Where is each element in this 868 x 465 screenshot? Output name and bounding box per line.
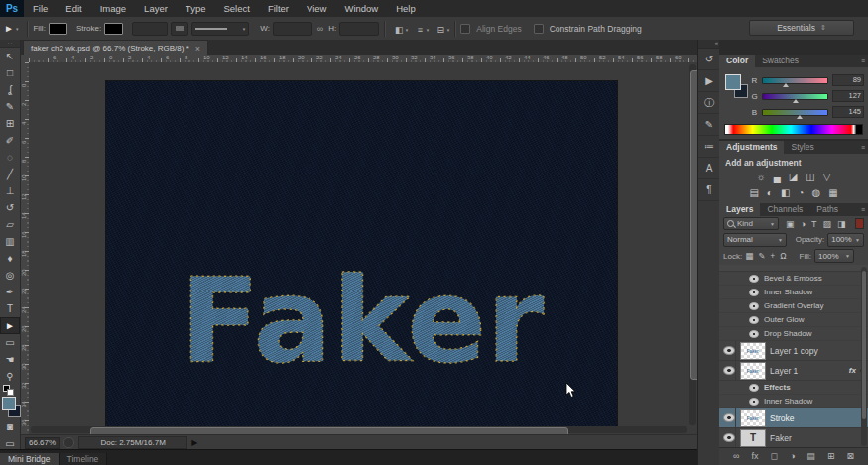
layer-thumbnail[interactable]: Faker	[740, 342, 766, 360]
layer-visibility-toggle[interactable]	[722, 408, 736, 427]
history-brush-tool[interactable]: ↺	[0, 199, 20, 216]
layer-thumbnail[interactable]: Faker	[740, 362, 766, 380]
path-selection-tool[interactable]: ►	[0, 317, 20, 334]
vibrance-icon[interactable]: ▽	[823, 173, 831, 182]
brush-tool[interactable]: ╱	[0, 166, 20, 182]
layer-filter-toggle[interactable]	[855, 218, 864, 229]
effect-visibility-icon[interactable]	[749, 330, 759, 338]
layer-fx-icon[interactable]: fx	[849, 366, 856, 375]
pen-tool[interactable]: ✒	[0, 284, 20, 300]
color-balance-icon[interactable]: ◐	[767, 188, 773, 198]
lasso-tool[interactable]: ʆ	[0, 81, 20, 98]
layer-filter-kind-dropdown[interactable]: Kind ▼	[723, 217, 779, 230]
layer-effects-icon[interactable]: fx	[751, 452, 758, 461]
menu-window[interactable]: Window	[335, 0, 387, 17]
workspace-switcher[interactable]: Essentials ⇕	[749, 20, 854, 36]
spot-healing-brush-tool[interactable]: ◌	[0, 149, 20, 166]
menu-layer[interactable]: Layer	[135, 0, 177, 17]
channel-b-slider[interactable]	[762, 109, 828, 116]
tab-paths[interactable]: Paths	[809, 203, 845, 216]
shape-width-input[interactable]	[273, 22, 312, 36]
shape-height-input[interactable]	[339, 22, 379, 36]
curves-icon[interactable]: ◪	[789, 173, 798, 182]
blend-mode-dropdown[interactable]: Normal ▼	[723, 233, 787, 247]
bottom-tab-timeline[interactable]: Timeline	[60, 453, 108, 465]
tab-styles[interactable]: Styles	[784, 141, 820, 154]
photo-filter-icon[interactable]: ◔	[798, 188, 804, 198]
menu-edit[interactable]: Edit	[57, 0, 90, 17]
menu-file[interactable]: File	[24, 0, 57, 17]
layer-row-layer-1[interactable]: FakerLayer 1fx▾	[719, 361, 868, 381]
effect-visibility-icon[interactable]	[749, 275, 759, 283]
effect-visibility-icon[interactable]	[749, 384, 759, 392]
effect-row-drop-shadow[interactable]: Drop Shadow	[719, 327, 868, 341]
toolbar-collapse-button[interactable]: · ·	[0, 40, 20, 48]
stroke-width-input[interactable]	[132, 22, 168, 36]
tab-adjustments[interactable]: Adjustments	[719, 141, 784, 154]
menu-select[interactable]: Select	[214, 0, 258, 17]
info-panel-icon[interactable]: ⓘ	[698, 92, 720, 114]
opacity-dropdown[interactable]: 100% ▼	[827, 233, 864, 247]
color-panel-menu-icon[interactable]: ≡	[861, 58, 865, 64]
layers-scrollbar[interactable]	[861, 267, 867, 446]
hue-saturation-icon[interactable]: ▤	[749, 188, 758, 198]
layers-scroll-thumb[interactable]	[862, 271, 866, 419]
effect-row-outer-glow[interactable]: Outer Glow	[719, 313, 868, 327]
menu-type[interactable]: Type	[177, 0, 215, 17]
effect-row-effects[interactable]: Effects	[719, 381, 868, 395]
document-tab[interactable]: faker ch2 wk.psd @ 66.7% (Stroke, RGB/8)…	[23, 40, 208, 56]
slider-thumb-icon[interactable]	[783, 83, 789, 87]
menu-image[interactable]: Image	[91, 0, 135, 17]
slider-thumb-icon[interactable]	[797, 115, 803, 119]
status-options-icon[interactable]	[63, 437, 74, 448]
status-expand-icon[interactable]: ▶	[191, 438, 197, 447]
filter-adjustment-layers-icon[interactable]: ◑	[801, 219, 806, 229]
path-arrangement-button[interactable]: ⊟▾	[432, 21, 449, 36]
tool-preset-picker[interactable]: ► ▾	[0, 23, 22, 34]
black-white-icon[interactable]: ◧	[781, 188, 790, 198]
effect-visibility-icon[interactable]	[749, 302, 759, 310]
link-dimensions-icon[interactable]: ∞	[317, 24, 323, 34]
effect-row-inner-shadow[interactable]: Inner Shadow	[719, 286, 868, 299]
foreground-color-swatch[interactable]	[2, 397, 16, 410]
channel-g-value[interactable]: 127	[832, 90, 864, 102]
quick-selection-tool[interactable]: ✎	[0, 98, 20, 115]
slider-thumb-icon[interactable]	[793, 99, 799, 103]
clone-source-panel-icon[interactable]: ≔	[698, 136, 720, 158]
color-spectrum-ramp[interactable]	[724, 124, 863, 135]
lock-transparency-icon[interactable]: ▦	[745, 251, 753, 261]
layer-thumbnail[interactable]: Faker	[740, 409, 766, 427]
fill-opacity-dropdown[interactable]: 100% ▼	[814, 249, 854, 263]
align-edges-checkbox[interactable]: Align Edges	[460, 24, 521, 34]
exposure-icon[interactable]: ◫	[806, 173, 814, 182]
move-tool[interactable]: ↖	[0, 48, 20, 64]
brightness-contrast-icon[interactable]: ☼	[757, 173, 766, 182]
new-layer-icon[interactable]: ⊞	[827, 452, 835, 461]
layer-row-faker[interactable]: TFaker	[719, 428, 868, 448]
eyedropper-tool[interactable]: ✐	[0, 132, 20, 149]
bottom-tab-mini-bridge[interactable]: Mini Bridge	[0, 453, 60, 465]
channel-b-value[interactable]: 145	[832, 106, 864, 118]
crop-tool[interactable]: ⊞	[0, 115, 20, 132]
layer-row-stroke[interactable]: FakerStroke	[719, 408, 868, 428]
layer-visibility-toggle[interactable]	[722, 361, 736, 380]
tab-color[interactable]: Color	[719, 55, 755, 67]
blur-tool[interactable]: ♦	[0, 250, 20, 267]
actions-panel-icon[interactable]: ▶	[698, 70, 720, 92]
stroke-type-dropdown[interactable]: ▾	[191, 22, 249, 36]
lock-pixels-icon[interactable]: ✎	[758, 251, 765, 261]
paragraph-panel-icon[interactable]: ¶	[698, 179, 720, 201]
canvas[interactable]: Faker Faker	[106, 81, 617, 432]
layer-row-layer-1-copy[interactable]: FakerLayer 1 copy	[719, 341, 868, 361]
layer-visibility-toggle[interactable]	[722, 428, 736, 447]
menu-filter[interactable]: Filter	[259, 0, 298, 17]
path-alignment-button[interactable]: ≡▾	[411, 21, 429, 36]
add-layer-mask-icon[interactable]: ◻	[770, 452, 777, 461]
fill-color-swatch[interactable]	[49, 23, 67, 35]
close-tab-icon[interactable]: ×	[195, 44, 200, 54]
tab-swatches[interactable]: Swatches	[755, 55, 806, 67]
link-layers-icon[interactable]: ∞	[733, 452, 739, 461]
lock-position-icon[interactable]: +	[770, 251, 775, 261]
effect-row-inner-shadow[interactable]: Inner Shadow	[719, 395, 868, 408]
character-panel-icon[interactable]: A	[698, 158, 720, 179]
